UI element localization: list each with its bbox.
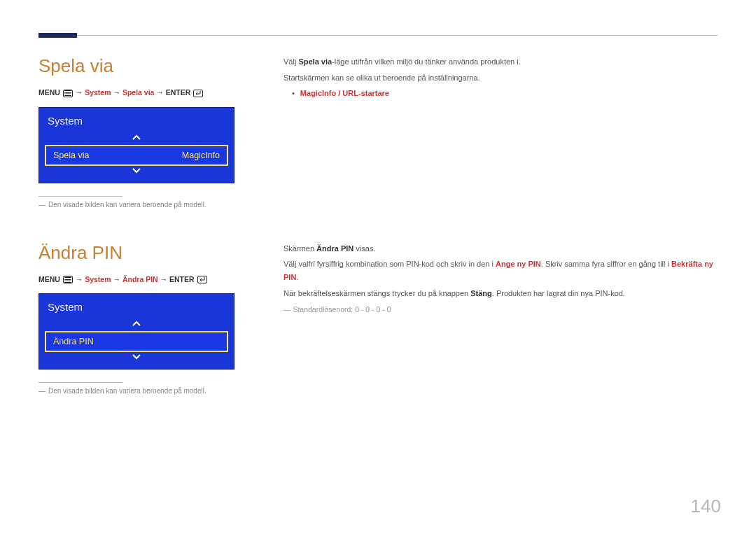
left-column: Spela via MENU → System → Spela via → EN… <box>38 55 241 209</box>
right-column: Välj Spela via-läge utifrån vilken miljö… <box>284 55 718 209</box>
text: När bekräftelseskärmen stängs trycker du… <box>284 289 470 297</box>
menu-icon <box>63 90 73 97</box>
menu-item-value: MagicInfo <box>182 150 220 160</box>
arrow-icon: → <box>113 275 120 283</box>
menu-icon <box>63 276 73 283</box>
system-menu: System Ändra PIN <box>38 293 234 370</box>
text-red: Ange ny PIN <box>496 260 541 268</box>
menu-title: System <box>39 108 234 132</box>
footnote-text: Den visade bilden kan variera beroende p… <box>48 387 206 395</box>
path-menu: MENU <box>38 275 60 283</box>
arrow-icon: → <box>76 88 83 97</box>
path-spela-via: Spela via <box>122 88 155 97</box>
menu-path: MENU → System → Spela via → ENTER <box>38 88 241 97</box>
default-password-note: ― Standardlösenord: 0 - 0 - 0 - 0 <box>284 304 718 316</box>
footnote-rule <box>38 382 122 383</box>
text: visas. <box>354 244 375 253</box>
text: -läge utifrån vilken miljö du tänker anv… <box>332 57 521 66</box>
bullet-dot: • <box>292 89 295 97</box>
right-column: Skärmen Ändra PIN visas. Välj valfri fyr… <box>284 242 718 395</box>
arrow-icon: → <box>160 275 168 283</box>
text: Välj valfri fyrsiffrig kombination som P… <box>284 260 496 268</box>
enter-icon <box>197 276 207 283</box>
text-bold: Ändra PIN <box>316 244 354 253</box>
left-column: Ändra PIN MENU → System → Ändra PIN → EN… <box>38 242 241 395</box>
path-enter: ENTER <box>169 275 195 283</box>
menu-item-label: Spela via <box>53 150 89 160</box>
text: . <box>296 273 298 281</box>
arrow-icon: → <box>76 275 83 283</box>
text: Välj <box>284 57 298 66</box>
bullet-text: MagicInfo / URL-startare <box>300 89 389 97</box>
system-menu: System Spela via MagicInfo <box>38 107 234 183</box>
path-andra-pin: Ändra PIN <box>122 275 158 283</box>
body-text: Skärmen Ändra PIN visas. <box>284 242 718 255</box>
image-disclaimer: ―Den visade bilden kan variera beroende … <box>38 387 241 395</box>
footnote-text: Den visade bilden kan variera beroende p… <box>48 201 206 209</box>
path-menu: MENU <box>38 88 60 97</box>
page: Spela via MENU → System → Spela via → EN… <box>0 0 756 449</box>
menu-path: MENU → System → Ändra PIN → ENTER <box>38 275 241 284</box>
image-disclaimer: ―Den visade bilden kan variera beroende … <box>38 201 241 209</box>
body-text: Välj Spela via-läge utifrån vilken miljö… <box>284 55 718 69</box>
footnote-text: Standardlösenord: 0 - 0 - 0 - 0 <box>293 305 391 314</box>
path-enter: ENTER <box>166 88 191 97</box>
arrow-icon: → <box>113 88 120 97</box>
footnote-rule <box>38 196 122 197</box>
menu-item-label: Ändra PIN <box>53 337 94 346</box>
path-system: System <box>85 88 111 97</box>
chevron-down-icon[interactable] <box>39 166 234 178</box>
bullet: •MagicInfo / URL-startare <box>284 87 718 100</box>
chevron-down-icon[interactable] <box>39 352 234 365</box>
enter-icon <box>193 90 203 97</box>
body-text: När bekräftelseskärmen stängs trycker du… <box>284 287 718 300</box>
section-andra-pin: Ändra PIN MENU → System → Ändra PIN → EN… <box>38 242 718 395</box>
text-bold: Stäng <box>470 289 492 297</box>
header-rule <box>38 35 718 36</box>
text-bold: Spela via <box>298 57 332 66</box>
body-text: Välj valfri fyrsiffrig kombination som P… <box>284 258 718 283</box>
arrow-icon: → <box>156 88 164 97</box>
chevron-up-icon[interactable] <box>39 318 234 331</box>
body-text: Startskärmen kan se olika ut beroende på… <box>284 71 718 85</box>
text: Skärmen <box>284 244 316 253</box>
section-heading: Ändra PIN <box>38 242 241 264</box>
path-system: System <box>85 275 111 283</box>
page-number: 140 <box>691 496 721 517</box>
menu-title: System <box>39 294 234 318</box>
chevron-up-icon[interactable] <box>39 132 234 145</box>
text: . Skriv samma fyra siffror en gång till … <box>541 260 671 268</box>
text: . Produkten har lagrat din nya PIN-kod. <box>492 289 625 297</box>
menu-item-andra-pin[interactable]: Ändra PIN <box>45 331 228 352</box>
section-heading: Spela via <box>38 55 241 77</box>
menu-item-spela-via[interactable]: Spela via MagicInfo <box>45 145 228 166</box>
section-spela-via: Spela via MENU → System → Spela via → EN… <box>38 55 718 209</box>
